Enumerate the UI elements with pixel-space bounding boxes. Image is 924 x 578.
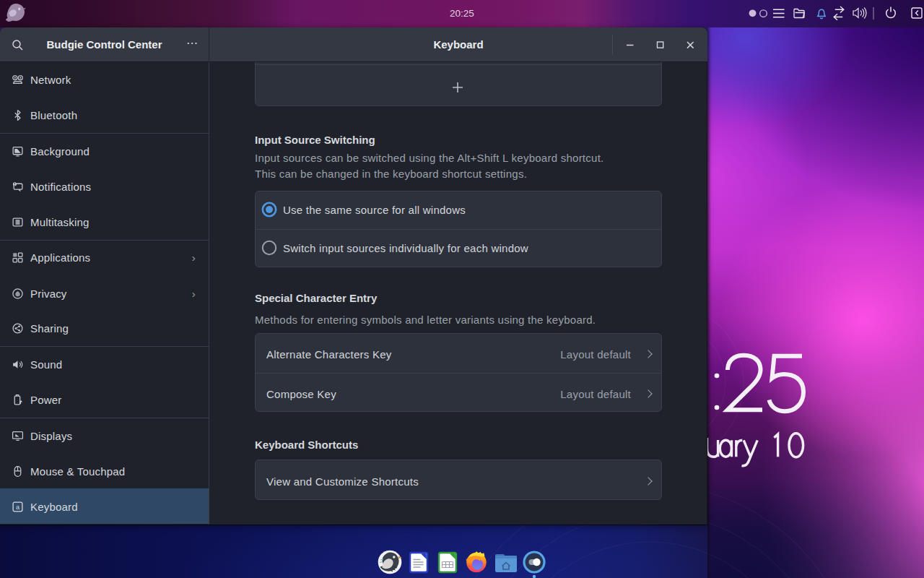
- svg-text:a: a: [16, 503, 20, 510]
